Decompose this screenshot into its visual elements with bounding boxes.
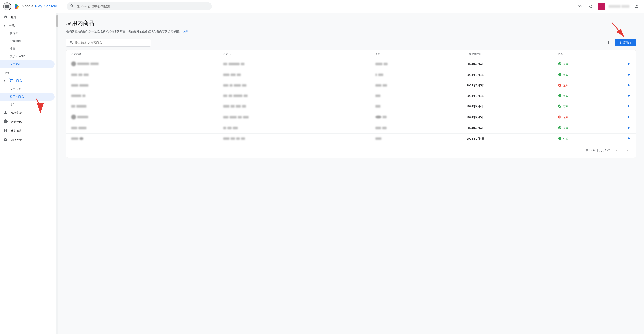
table-row[interactable]: 2024年2月4日 有效 xyxy=(66,91,636,101)
cell-price xyxy=(376,94,467,98)
cell-date: 2024年2月5日 xyxy=(467,116,558,119)
row-navigate-icon[interactable] xyxy=(627,94,631,98)
row-navigate-icon[interactable] xyxy=(627,62,631,66)
link-icon-button[interactable] xyxy=(576,3,584,11)
global-search-input[interactable] xyxy=(76,5,208,8)
row-navigate-icon[interactable] xyxy=(627,73,631,77)
cell-navigate[interactable] xyxy=(619,115,631,120)
sidebar-performance-label: 表现 xyxy=(9,24,14,28)
col-product-id: 产品 ID xyxy=(223,53,376,56)
product-search-input[interactable] xyxy=(75,41,147,44)
tag-icon xyxy=(3,119,8,124)
cell-status: 有效 xyxy=(558,104,619,109)
status-label: 无效 xyxy=(563,84,568,87)
table-row[interactable]: 2024年2月5日 无效 xyxy=(66,112,636,123)
user-info[interactable] xyxy=(608,5,630,8)
sidebar-item-load-time[interactable]: 加载时间 xyxy=(0,37,54,45)
table-body: 2024年2月4日 有效 2024年2月4日 有效 2024年2月5日 xyxy=(66,59,636,144)
cell-product-name xyxy=(71,94,223,98)
table-row[interactable]: 2024年2月4日 有效 xyxy=(66,59,636,70)
sidebar-financial-reports-label: 财务报告 xyxy=(10,129,22,133)
row-navigate-icon[interactable] xyxy=(627,136,631,141)
sidebar-promo-codes-label: 促销代码 xyxy=(10,120,22,124)
cell-navigate[interactable] xyxy=(619,62,631,66)
account-icon-button[interactable] xyxy=(633,3,641,11)
col-action xyxy=(619,53,631,56)
page-title: 应用内商品 xyxy=(66,19,636,27)
table-row[interactable]: 2024年2月5日 无效 xyxy=(66,80,636,91)
cell-date: 2024年2月4日 xyxy=(467,126,558,130)
sidebar-scroll-thumb[interactable] xyxy=(56,15,58,27)
row-navigate-icon[interactable] xyxy=(627,115,631,120)
create-product-button[interactable]: 创建商品 xyxy=(615,39,636,46)
pagination-next-button[interactable] xyxy=(624,147,631,154)
sidebar-scrollbar[interactable] xyxy=(56,13,58,334)
sidebar-item-in-app-products[interactable]: 应用内商品 xyxy=(0,93,54,101)
col-last-updated: 上次更新时间 xyxy=(467,53,558,56)
cell-navigate[interactable] xyxy=(619,126,631,131)
sidebar-item-app-size[interactable]: 应用大小 xyxy=(0,60,54,68)
sidebar-item-crash-anr[interactable]: 崩溃和 ANR xyxy=(0,53,54,60)
cell-price xyxy=(376,84,467,87)
main-area: 概览 ▼ 表现 帧速率 加载时间 设置 崩溃和 ANR xyxy=(0,13,644,334)
status-label: 有效 xyxy=(563,94,568,98)
cell-navigate[interactable] xyxy=(619,83,631,88)
cell-navigate[interactable] xyxy=(619,136,631,141)
table-row[interactable]: 2024年2月4日 有效 xyxy=(66,134,636,144)
sidebar-item-settings[interactable]: 设置 xyxy=(0,45,54,53)
cell-product-id xyxy=(223,116,376,119)
logo-console: Console xyxy=(44,4,57,9)
row-navigate-icon[interactable] xyxy=(627,83,631,88)
avatar-square[interactable] xyxy=(598,3,605,10)
table-row[interactable]: 2024年2月4日 有效 xyxy=(66,70,636,80)
sidebar-item-price-experiments[interactable]: 价格实验 xyxy=(0,108,54,117)
cell-product-id xyxy=(223,73,376,77)
cell-product-name xyxy=(71,61,223,67)
cell-date: 2024年2月4日 xyxy=(467,137,558,141)
sidebar: 概览 ▼ 表现 帧速率 加载时间 设置 崩溃和 ANR xyxy=(0,13,56,334)
sidebar-item-monetize-settings[interactable]: 创收设置 xyxy=(0,136,54,145)
sidebar-group-monetize: 创收 ▼ 商品 应用定价 应用内商品 订阅 xyxy=(0,68,56,145)
cell-date: 2024年2月4日 xyxy=(467,105,558,108)
cell-product-name xyxy=(71,127,223,130)
sidebar-item-frame-rate[interactable]: 帧速率 xyxy=(0,30,54,37)
sidebar-item-subscriptions[interactable]: 订阅 xyxy=(0,101,54,108)
more-options-button[interactable] xyxy=(604,39,612,47)
product-search-wrapper[interactable] xyxy=(66,39,151,47)
row-navigate-icon[interactable] xyxy=(627,126,631,131)
pagination-info: 第 1 - 8 行，共 8 行 xyxy=(586,149,610,152)
sidebar-item-overview[interactable]: 概览 xyxy=(0,13,54,22)
sidebar-item-performance[interactable]: ▼ 表现 xyxy=(0,22,54,30)
cell-date: 2024年2月4日 xyxy=(467,94,558,98)
hamburger-button[interactable] xyxy=(3,3,11,11)
username-blur xyxy=(608,5,621,8)
sidebar-item-financial-reports[interactable]: 财务报告 xyxy=(0,126,54,136)
logo-google: Google xyxy=(22,4,34,9)
search-icon xyxy=(70,4,74,9)
cell-navigate[interactable] xyxy=(619,94,631,98)
cell-product-id xyxy=(223,84,376,87)
cell-product-id xyxy=(223,105,376,108)
status-valid-icon xyxy=(558,126,562,130)
sidebar-overview-label: 概览 xyxy=(10,16,16,19)
sidebar-monetize-title: 创收 xyxy=(0,68,56,76)
dollar-icon xyxy=(3,129,8,134)
sidebar-item-products[interactable]: ▼ 商品 xyxy=(0,76,54,85)
cell-price xyxy=(376,105,467,108)
refresh-icon-button[interactable] xyxy=(587,3,595,11)
sidebar-item-app-pricing[interactable]: 应用定价 xyxy=(0,85,54,93)
search-wrapper[interactable] xyxy=(67,2,212,11)
cell-product-id xyxy=(223,94,376,98)
cell-navigate[interactable] xyxy=(619,104,631,109)
table-row[interactable]: 2024年2月4日 有效 xyxy=(66,101,636,112)
cell-navigate[interactable] xyxy=(619,73,631,77)
cell-status: 有效 xyxy=(558,137,619,141)
table-row[interactable]: 2024年2月4日 有效 xyxy=(66,123,636,134)
cell-date: 2024年2月5日 xyxy=(467,84,558,87)
toolbar: 创建商品 xyxy=(66,39,636,47)
cell-price xyxy=(376,73,467,77)
sidebar-item-promo-codes[interactable]: 促销代码 xyxy=(0,117,54,126)
row-navigate-icon[interactable] xyxy=(627,104,631,109)
expand-link[interactable]: 展开 xyxy=(182,30,188,33)
pagination-prev-button[interactable] xyxy=(613,147,620,154)
